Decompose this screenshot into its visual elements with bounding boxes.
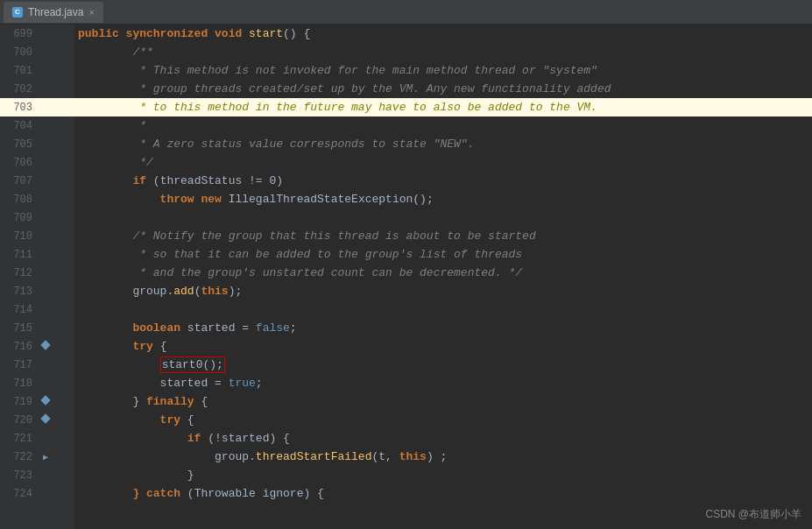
gutter-row: 712 [0, 264, 74, 282]
token-normal: != 0) [242, 174, 283, 187]
token-normal: , [385, 450, 399, 463]
code-line: * group threads created/set up by the VM… [74, 80, 812, 98]
token-comment: * to this method in the future may have … [78, 101, 597, 114]
code-line: * This method is not invoked for the mai… [74, 61, 812, 80]
line-content-area[interactable]: public synchronized void start() { /** *… [74, 25, 812, 529]
line-number: 722 [0, 451, 39, 463]
token-comment: * This method is not invoked for the mai… [78, 64, 597, 77]
code-line: } [74, 466, 812, 484]
token-kw: this [399, 450, 427, 463]
token-normal: { [160, 340, 167, 353]
code-line: * and the group's unstarted count can be… [74, 264, 812, 282]
token-kw: } catch [78, 487, 187, 500]
code-line: group.add(this); [74, 282, 812, 300]
line-number: 717 [0, 359, 39, 371]
gutter-row: 718 [0, 374, 74, 392]
token-comment: * A zero status value corresponds to sta… [78, 138, 474, 151]
token-normal [78, 358, 160, 371]
token-comment: */ [78, 156, 153, 169]
gutter-row: 713 [0, 282, 74, 300]
token-kw: this [201, 285, 228, 298]
line-number: 706 [0, 157, 39, 169]
gutter-row: 716 [0, 337, 74, 356]
code-line: */ [74, 153, 812, 172]
gutter-row: 711 [0, 245, 74, 264]
line-number: 724 [0, 488, 39, 500]
line-number: 709 [0, 212, 39, 224]
token-normal: started = [187, 321, 256, 335]
code-line: /* Notify the group that this thread is … [74, 227, 812, 245]
tab-bar: C Thread.java × [0, 0, 812, 25]
tab-filename: Thread.java [28, 6, 83, 18]
token-normal: ; [290, 321, 297, 335]
tab-file-icon: C [12, 7, 23, 18]
line-number: 716 [0, 341, 39, 353]
code-line: * [74, 116, 812, 135]
gutter-row: 700 [0, 43, 74, 61]
gutter-row: 703 [0, 98, 74, 116]
token-normal: { [201, 395, 208, 408]
token-kw: throw [78, 193, 201, 206]
code-line [74, 208, 812, 227]
token-normal: threadStatus [160, 174, 243, 187]
gutter-row: 705 [0, 135, 74, 153]
gutter-row: 714 [0, 300, 74, 319]
line-number: 719 [0, 396, 39, 408]
line-number: 702 [0, 83, 39, 95]
line-number: 712 [0, 267, 39, 279]
gutter-icon [39, 415, 52, 425]
token-method: start [249, 27, 283, 40]
gutter-row: 707 [0, 172, 74, 190]
gutter-row: 701 [0, 61, 74, 80]
token-normal: ( [371, 450, 378, 463]
token-kw: try [78, 413, 187, 427]
thread-java-tab[interactable]: C Thread.java × [4, 2, 103, 23]
token-normal: t [378, 450, 385, 463]
code-line: try { [74, 411, 812, 429]
token-comment: * and the group's unstarted count can be… [78, 266, 522, 279]
gutter-row: 723 [0, 466, 74, 484]
token-normal: ; [256, 377, 263, 390]
token-normal: group. [78, 285, 173, 298]
line-number: 715 [0, 322, 39, 335]
token-kw: public [78, 27, 126, 40]
gutter-row: 724 [0, 484, 74, 503]
code-line: } catch (Throwable ignore) { [74, 484, 812, 503]
arrow-icon: ▶ [43, 453, 48, 462]
line-number: 723 [0, 469, 39, 482]
code-line: started = true; [74, 374, 812, 392]
gutter-row: 722▶ [0, 448, 74, 466]
token-normal: ( [153, 174, 160, 187]
tab-close-button[interactable]: × [88, 7, 94, 18]
code-line: group.threadStartFailed(t, this) ; [74, 448, 812, 466]
code-line: } finally { [74, 392, 812, 411]
gutter-row: 706 [0, 153, 74, 172]
gutter-icon [39, 397, 52, 406]
line-number: 701 [0, 65, 39, 77]
gutter-row: 709 [0, 208, 74, 227]
line-number: 714 [0, 304, 39, 316]
token-kw: try [78, 340, 160, 353]
code-line: throw new IllegalThreadStateException(); [74, 190, 812, 208]
line-number: 700 [0, 46, 39, 59]
token-normal: ); [229, 285, 243, 298]
line-number: 708 [0, 194, 39, 206]
token-comment: /** [78, 46, 153, 59]
gutter-row: 702 [0, 80, 74, 98]
line-number: 720 [0, 414, 39, 427]
token-kw-sync: synchronized [126, 27, 215, 40]
code-line: * so that it can be added to the group's… [74, 245, 812, 264]
gutter-icon: ▶ [39, 452, 52, 462]
gutter-row: 704 [0, 116, 74, 135]
line-number: 718 [0, 377, 39, 390]
token-normal: ) ; [427, 450, 447, 463]
token-kw: boolean [78, 321, 187, 335]
token-comment: * group threads created/set up by the VM… [78, 82, 611, 95]
boxed-code: start0(); [160, 356, 225, 373]
token-kw: if [78, 432, 208, 445]
gutter: 6997007017027037047057067077087097107117… [0, 25, 74, 529]
token-normal: (!started) { [208, 432, 290, 445]
token-comment: * [78, 119, 146, 132]
token-kw: void [215, 27, 249, 40]
token-normal: started = [78, 377, 229, 390]
